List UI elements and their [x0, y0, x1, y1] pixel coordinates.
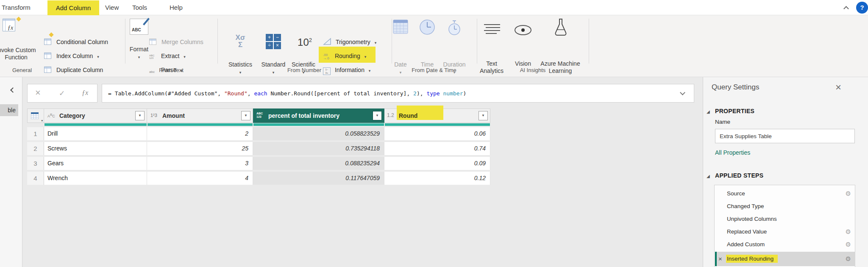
- table-cell[interactable]: Wrench: [44, 172, 147, 185]
- table-cell[interactable]: 3: [147, 157, 253, 170]
- commit-formula-icon[interactable]: ✓: [59, 89, 65, 98]
- table-cell[interactable]: 2: [147, 127, 253, 140]
- table-cell[interactable]: 0.058823529: [253, 127, 384, 140]
- table-cell[interactable]: 25: [147, 142, 253, 155]
- group-label-from-datetime: From Date & Time: [404, 67, 464, 75]
- row-number[interactable]: 3: [27, 157, 44, 170]
- table-cell[interactable]: 0.74: [384, 142, 490, 155]
- table-menu-icon[interactable]: ▾: [41, 119, 43, 122]
- table-cell[interactable]: 0.088235294: [253, 157, 384, 170]
- group-divider: [392, 19, 392, 64]
- filter-icon[interactable]: ▼: [241, 111, 250, 120]
- step-changed-type[interactable]: Changed Type: [715, 200, 855, 213]
- expand-formula-icon[interactable]: [680, 90, 685, 95]
- group-label-from-number: From Number: [283, 67, 326, 75]
- formula-segment: ,: [248, 90, 254, 97]
- formula-segment: type: [426, 90, 440, 97]
- conditional-column-button[interactable]: Conditional Column: [44, 36, 108, 47]
- step-unpivoted-columns[interactable]: Unpivoted Columns: [715, 213, 855, 225]
- query-settings-panel: Query Settings × ◢ PROPERTIES Name All P…: [703, 77, 868, 267]
- formula-segment: 2: [413, 90, 417, 97]
- tab-transform[interactable]: Transform: [2, 0, 31, 15]
- filter-icon[interactable]: ▼: [135, 111, 145, 120]
- table-cell[interactable]: Gears: [44, 157, 147, 170]
- all-properties-link[interactable]: All Properties: [715, 149, 750, 156]
- step-replaced-value[interactable]: Replaced Value ⚙: [715, 225, 855, 238]
- row-number[interactable]: 2: [27, 142, 44, 155]
- text-analytics-button[interactable]: Text Analytics: [478, 60, 505, 75]
- duplicate-column-button[interactable]: Duplicate Column: [44, 64, 103, 75]
- table-cell[interactable]: 0.09: [384, 157, 490, 170]
- table-cell[interactable]: 0.117647059: [253, 172, 384, 185]
- scientific-icon: 102: [294, 36, 315, 48]
- duplicate-column-icon: [44, 67, 51, 73]
- trigonometry-button[interactable]: Trigonometry ▾: [323, 36, 376, 47]
- collapse-queries-icon[interactable]: [10, 87, 16, 93]
- column-header-category[interactable]: ABC Category ▼: [44, 108, 147, 123]
- formula-segment: number: [443, 90, 463, 97]
- merge-columns-icon: [149, 39, 156, 45]
- table-cell[interactable]: 0.12: [384, 172, 490, 185]
- format-button[interactable]: Format: [126, 46, 152, 53]
- properties-header[interactable]: PROPERTIES: [715, 108, 754, 114]
- applied-steps-header[interactable]: APPLIED STEPS: [715, 172, 763, 179]
- invoke-custom-function-button[interactable]: Invoke Custom Function: [0, 47, 42, 61]
- table-cell[interactable]: 0.735294118: [253, 142, 384, 155]
- statistics-dropdown-icon[interactable]: ▾: [224, 70, 257, 75]
- ribbon: ƒx Invoke Custom Function Conditional Co…: [0, 15, 868, 77]
- cancel-formula-icon[interactable]: ×: [35, 87, 41, 98]
- tab-add-column[interactable]: Add Column: [47, 0, 99, 15]
- triangle-icon: [323, 38, 331, 45]
- table-icon: [31, 112, 39, 119]
- column-header-amount[interactable]: 1²3 Amount ▼: [147, 108, 253, 123]
- table-cell[interactable]: 4: [147, 172, 253, 185]
- filter-icon[interactable]: ▼: [479, 111, 488, 120]
- extract-button[interactable]: ABC123 Extract ▾: [149, 50, 186, 61]
- row-number[interactable]: 4: [27, 172, 44, 185]
- index-column-button[interactable]: Index Column ▾: [44, 50, 99, 61]
- fx-icon[interactable]: ƒx: [82, 89, 88, 97]
- column-header-round[interactable]: 1.2 Round ▼: [384, 108, 490, 123]
- group-label-from-text: From Text: [154, 67, 188, 75]
- table-cell[interactable]: Drill: [44, 127, 147, 140]
- gear-icon[interactable]: ⚙: [846, 187, 851, 200]
- name-label: Name: [715, 119, 730, 125]
- table-select-all[interactable]: ▾: [27, 108, 44, 123]
- delete-step-icon[interactable]: ×: [718, 252, 722, 266]
- row-number[interactable]: 1: [27, 127, 44, 140]
- statistics-button[interactable]: Statistics: [224, 61, 257, 68]
- group-label-general: General: [5, 67, 39, 75]
- tab-help[interactable]: Help: [170, 0, 183, 15]
- tab-tools[interactable]: Tools: [132, 0, 147, 15]
- formula-input[interactable]: = Table.AddColumn(#"Added Custom", "Roun…: [102, 84, 694, 103]
- section-expand-icon[interactable]: ◢: [707, 109, 710, 114]
- name-input[interactable]: [715, 129, 854, 143]
- table-cell[interactable]: Screws: [44, 142, 147, 155]
- merge-columns-button[interactable]: Merge Columns: [149, 36, 203, 47]
- name-field[interactable]: [715, 129, 855, 143]
- step-inserted-rounding[interactable]: × Inserted Rounding ⚙: [715, 252, 855, 266]
- step-source[interactable]: Source ⚙: [715, 187, 855, 200]
- help-icon[interactable]: ?: [856, 2, 868, 14]
- rounding-button[interactable]: .00→.0 Rounding ▾: [323, 50, 366, 61]
- group-divider: [217, 19, 218, 64]
- gear-icon[interactable]: ⚙: [846, 238, 851, 251]
- vision-button[interactable]: Vision: [511, 60, 535, 67]
- column-header-percent[interactable]: ABC123 percent of total inventory ▼: [253, 108, 384, 123]
- gear-icon[interactable]: ⚙: [846, 252, 851, 266]
- format-dropdown-icon[interactable]: ▾: [126, 55, 152, 59]
- selected-step-bar: [715, 252, 717, 266]
- close-icon[interactable]: ×: [835, 81, 841, 93]
- table-cell[interactable]: 0.06: [384, 127, 490, 140]
- text-type-icon: ABC: [47, 113, 55, 118]
- filter-icon[interactable]: ▼: [373, 111, 382, 120]
- tab-view[interactable]: View: [105, 0, 119, 15]
- information-button[interactable]: 1−3+ Information ▾: [323, 64, 370, 75]
- section-expand-icon[interactable]: ◢: [707, 174, 710, 178]
- step-added-custom[interactable]: Added Custom ⚙: [715, 238, 855, 251]
- gear-icon[interactable]: ⚙: [846, 225, 851, 238]
- query-tab[interactable]: ble: [0, 104, 18, 116]
- applied-steps-list: Source ⚙ Changed Type Unpivoted Columns …: [714, 185, 855, 267]
- collapse-ribbon-icon[interactable]: [843, 6, 849, 11]
- column-quality-bar: [147, 123, 253, 126]
